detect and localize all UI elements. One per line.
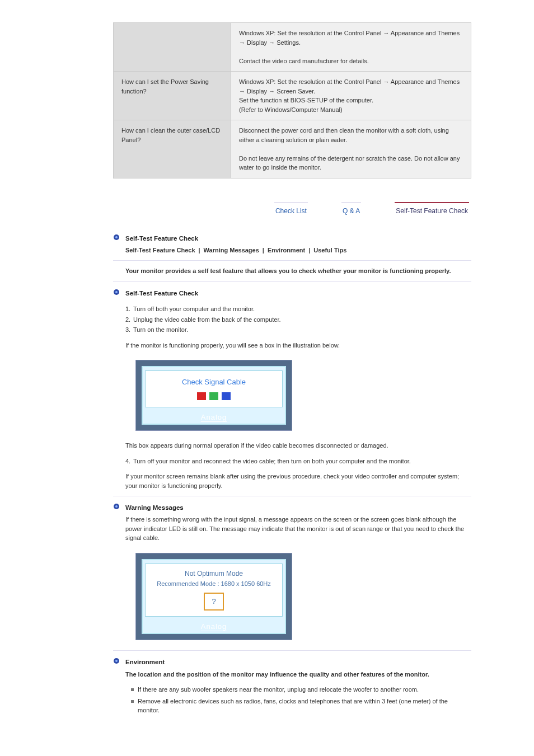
section-heading: Self-Test Feature Check <box>125 289 198 298</box>
separator: | <box>308 246 310 255</box>
divider <box>113 650 471 651</box>
steps-list: 1.Turn off both your computer and the mo… <box>125 304 471 335</box>
sublink-tips[interactable]: Useful Tips <box>313 246 346 255</box>
intro-desc: Your monitor provides a self test featur… <box>125 266 471 276</box>
tab-q-and-a[interactable]: Q & A <box>341 202 361 218</box>
qa-question <box>114 23 231 72</box>
tab-self-test[interactable]: Self-Test Feature Check <box>395 202 469 218</box>
qa-question: How can I clean the outer case/LCD Panel… <box>114 120 231 179</box>
osd-analog-label: Analog <box>145 411 283 423</box>
osd-message: Check Signal Cable <box>149 377 279 388</box>
qa-answer: Disconnect the power cord and then clean… <box>231 120 471 179</box>
section-warning: Warning Messages If there is something w… <box>113 502 471 651</box>
svg-point-3 <box>115 291 118 293</box>
separator: | <box>263 246 264 255</box>
green-square-icon <box>209 392 218 400</box>
qa-answer-note: Contact the video card manufacturer for … <box>239 58 369 64</box>
red-square-icon <box>197 392 206 400</box>
step-desc: If your monitor screen remains blank aft… <box>125 472 471 490</box>
section-heading: Warning Messages <box>125 503 184 513</box>
env-desc: The location and the position of the mon… <box>125 670 471 679</box>
separator: | <box>199 246 200 255</box>
sublink-warning[interactable]: Warning Messages <box>204 246 259 255</box>
divider <box>113 496 471 496</box>
qa-answer-text: Windows XP: Set the resolution at the Co… <box>239 30 460 46</box>
table-row: Windows XP: Set the resolution at the Co… <box>114 23 471 72</box>
table-row: How can I set the Power Saving function?… <box>114 72 471 120</box>
divider <box>113 260 471 261</box>
section-heading: Environment <box>125 658 165 667</box>
svg-point-7 <box>115 660 118 662</box>
qa-answer: Windows XP: Set the resolution at the Co… <box>231 72 471 120</box>
osd-check-signal: Check Signal Cable Analog <box>135 360 292 431</box>
qa-table: Windows XP: Set the resolution at the Co… <box>113 22 471 179</box>
list-item: Remove all electronic devices such as ra… <box>131 697 471 715</box>
section-sublinks: Self-Test Feature Check | Warning Messag… <box>125 246 471 255</box>
qa-answer: Windows XP: Set the resolution at the Co… <box>231 23 471 72</box>
list-item: 4.Turn off your monitor and reconnect th… <box>125 457 471 466</box>
divider <box>113 281 471 282</box>
list-item: 1.Turn off both your computer and the mo… <box>125 304 471 314</box>
sublink-environment[interactable]: Environment <box>268 246 305 255</box>
osd-line1: Not Optimum Mode <box>149 569 279 579</box>
bullet-icon <box>113 503 120 510</box>
section-self-test-steps: Self-Test Feature Check 1.Turn off both … <box>113 288 471 496</box>
warning-desc: If there is something wrong with the inp… <box>125 515 471 543</box>
blue-square-icon <box>222 392 231 400</box>
env-bullets: If there are any sub woofer speakers nea… <box>131 685 471 715</box>
section-heading: Self-Test Feature Check <box>125 234 198 243</box>
list-item: 2.Unplug the video cable from the back o… <box>125 315 471 325</box>
section-environment: Environment The location and the positio… <box>113 656 471 715</box>
list-item: If there are any sub woofer speakers nea… <box>131 685 471 694</box>
osd-question-box: ? <box>204 593 223 611</box>
list-item: 3.Turn on the monitor. <box>125 325 471 335</box>
tabs-row: Check List Q & A Self-Test Feature Check <box>113 202 471 218</box>
steps-list-2: 4.Turn off your monitor and reconnect th… <box>125 457 471 466</box>
svg-point-1 <box>115 236 118 238</box>
svg-point-5 <box>115 505 118 508</box>
step-desc: This box appears during normal operation… <box>125 441 471 450</box>
osd-line2: Recommended Mode : 1680 x 1050 60Hz <box>149 579 279 589</box>
rgb-squares <box>149 392 279 400</box>
bullet-icon <box>113 289 120 295</box>
osd-analog-label: Analog <box>145 620 283 632</box>
qa-question: How can I set the Power Saving function? <box>114 72 231 120</box>
bullet-icon <box>113 234 120 241</box>
table-row: How can I clean the outer case/LCD Panel… <box>114 120 471 179</box>
osd-not-optimum: Not Optimum Mode Recommended Mode : 1680… <box>135 553 292 641</box>
section-self-test-intro: Self-Test Feature Check Self-Test Featur… <box>113 233 471 282</box>
tab-check-list[interactable]: Check List <box>274 202 308 218</box>
sublink-self-test[interactable]: Self-Test Feature Check <box>125 246 195 255</box>
bullet-icon <box>113 658 120 664</box>
step-desc: If the monitor is functioning properly, … <box>125 341 471 350</box>
